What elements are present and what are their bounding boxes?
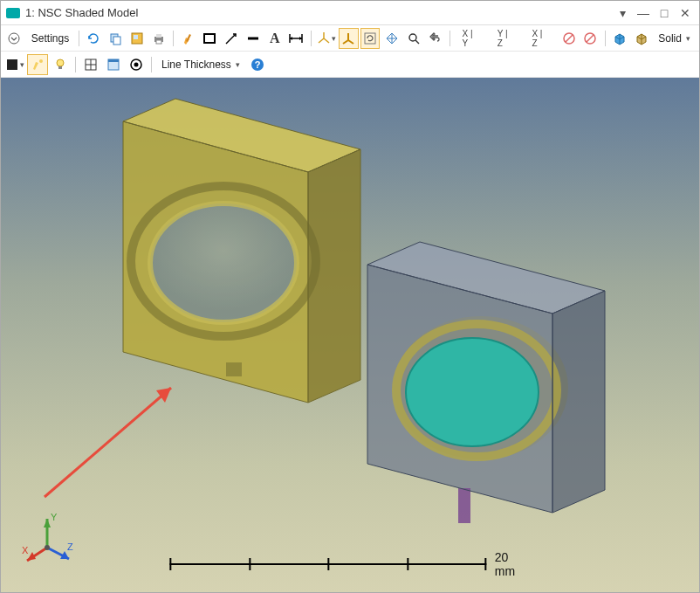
refresh-button[interactable] xyxy=(84,28,104,49)
solid-cube-button[interactable] xyxy=(631,28,651,49)
cube-blue-icon xyxy=(613,31,627,45)
copy-button[interactable] xyxy=(106,28,126,49)
right-mount xyxy=(367,242,605,523)
text-tool-button[interactable]: A xyxy=(264,28,285,49)
svg-rect-48 xyxy=(458,488,470,523)
svg-rect-6 xyxy=(156,34,161,38)
reset-orientation-button[interactable] xyxy=(360,28,381,49)
settings-expand-button[interactable] xyxy=(4,28,24,49)
view-xz-button[interactable]: X | Z xyxy=(524,28,557,49)
svg-marker-52 xyxy=(27,552,36,561)
line-arrow-tool-button[interactable] xyxy=(222,28,242,49)
svg-point-28 xyxy=(57,59,64,66)
target-icon xyxy=(129,58,143,72)
dimension-tool-button[interactable] xyxy=(286,28,306,49)
rectangle-tool-button[interactable] xyxy=(200,28,220,49)
grid-button[interactable] xyxy=(80,54,101,75)
svg-rect-29 xyxy=(58,66,62,69)
dash-tool-button[interactable] xyxy=(243,28,263,49)
local-axes-button[interactable] xyxy=(316,28,337,49)
annotation-arrow xyxy=(36,375,193,506)
annotate-pencil-button[interactable] xyxy=(178,28,198,49)
triad-icon xyxy=(341,31,355,45)
view-yz-button[interactable]: Y | Z xyxy=(490,28,523,49)
lightbulb-button[interactable] xyxy=(50,54,71,75)
undo-view-button[interactable] xyxy=(425,28,445,49)
object-color-button[interactable] xyxy=(4,54,25,75)
separator xyxy=(605,31,606,46)
separator xyxy=(75,57,76,72)
svg-rect-7 xyxy=(156,40,161,44)
pencil-icon xyxy=(182,31,196,45)
highlight-icon xyxy=(31,58,45,72)
svg-line-25 xyxy=(587,35,594,42)
help-icon: ? xyxy=(250,58,264,72)
color-swatch-icon xyxy=(5,58,18,72)
left-mount xyxy=(123,99,360,403)
chevron-down-circle-icon xyxy=(8,32,20,45)
cube-tan-icon xyxy=(635,31,649,45)
zoom-button[interactable] xyxy=(403,28,423,49)
title-bar: 1: NSC Shaded Model ▾ — □ ✕ xyxy=(1,1,699,25)
svg-rect-34 xyxy=(108,59,119,62)
orientation-triad-button[interactable] xyxy=(339,28,359,49)
pan-icon xyxy=(385,31,399,45)
save-image-button[interactable] xyxy=(127,28,148,49)
triad-z-label: Z xyxy=(67,541,73,552)
render-mode-dropdown[interactable]: Solid xyxy=(653,32,696,45)
target-button[interactable] xyxy=(126,54,147,75)
svg-line-17 xyxy=(343,40,348,44)
print-button[interactable] xyxy=(148,28,168,49)
disable-2-button[interactable] xyxy=(580,28,600,49)
svg-point-20 xyxy=(409,34,416,41)
toolbar-secondary: Line Thickness ? xyxy=(1,52,699,78)
disable-1-button[interactable] xyxy=(559,28,579,49)
dimension-icon xyxy=(288,31,304,45)
zoom-icon xyxy=(407,31,421,45)
pan-button[interactable] xyxy=(381,28,401,49)
svg-marker-50 xyxy=(156,388,171,403)
separator xyxy=(311,31,312,46)
separator xyxy=(173,31,174,46)
scale-label: 20 mm xyxy=(495,550,531,578)
window-maximize-button[interactable]: □ xyxy=(655,4,673,22)
orientation-triad[interactable]: X Y Z xyxy=(17,508,78,569)
no-entry-icon xyxy=(583,31,597,45)
svg-marker-54 xyxy=(44,519,51,527)
dash-icon xyxy=(246,31,260,45)
svg-point-36 xyxy=(134,62,139,66)
view-xy-button[interactable]: X | Y xyxy=(455,28,488,49)
print-icon xyxy=(152,31,166,45)
window-layout-button[interactable] xyxy=(103,54,124,75)
save-image-icon xyxy=(130,31,144,45)
window-title: 1: NSC Shaded Model xyxy=(25,6,610,19)
scale-bar: 20 mm xyxy=(169,550,530,578)
line-thickness-dropdown[interactable]: Line Thickness xyxy=(156,59,245,71)
settings-button[interactable]: Settings xyxy=(26,32,74,45)
window-close-button[interactable]: ✕ xyxy=(676,4,694,22)
scale-line xyxy=(169,563,486,565)
undo-view-icon xyxy=(428,31,442,45)
svg-line-49 xyxy=(45,388,171,497)
svg-line-18 xyxy=(348,40,353,44)
window-dropdown-button[interactable]: ▾ xyxy=(614,4,631,22)
shaded-cube-button[interactable] xyxy=(610,28,630,49)
rectangle-icon xyxy=(202,31,216,45)
axes-icon xyxy=(317,31,330,45)
svg-rect-4 xyxy=(134,35,138,39)
svg-line-15 xyxy=(324,38,329,43)
separator xyxy=(79,31,79,46)
svg-rect-43 xyxy=(226,362,242,376)
svg-point-0 xyxy=(9,33,19,44)
app-icon xyxy=(6,8,20,18)
viewport-3d[interactable]: X Y Z 20 mm xyxy=(1,78,699,593)
grid-icon xyxy=(84,58,98,72)
svg-point-57 xyxy=(45,545,50,550)
no-entry-icon xyxy=(562,31,576,45)
help-button[interactable]: ? xyxy=(247,54,268,75)
window-minimize-button[interactable]: — xyxy=(635,4,652,22)
toolbar-main: Settings A xyxy=(1,25,699,52)
svg-rect-19 xyxy=(365,33,375,44)
highlight-button[interactable] xyxy=(27,54,48,75)
svg-line-14 xyxy=(319,38,324,43)
